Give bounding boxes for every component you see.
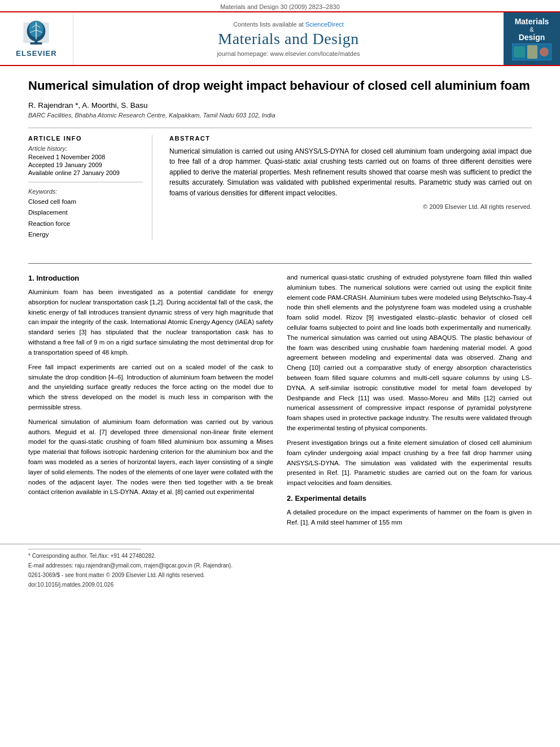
copyright-line: © 2009 Elsevier Ltd. All rights reserved… — [169, 203, 532, 210]
info-abstract-row: Article Info Article history: Received 1… — [28, 128, 532, 241]
body-columns: 1. Introduction Aluminium foam has been … — [0, 264, 560, 544]
mat-design-thumbnail — [512, 43, 552, 60]
elsevier-label: ELSEVIER — [16, 49, 56, 58]
page: Materials and Design 30 (2009) 2823–2830 — [0, 0, 560, 747]
footnote-area: * Corresponding author. Tel./fax: +91 44… — [0, 544, 560, 592]
body-right-para1: and numerical quasi-static crushing of e… — [287, 273, 532, 434]
issn-line: 0261-3069/$ - see front matter © 2009 El… — [28, 571, 532, 579]
svg-rect-11 — [514, 46, 525, 58]
keywords-label: Keywords: — [28, 188, 143, 195]
abstract-col: Abstract Numerical simulation is carried… — [169, 135, 532, 241]
abstract-title: Abstract — [169, 135, 532, 142]
keywords-list: Closed cell foam Displacement Reaction f… — [28, 196, 143, 241]
keyword-2: Displacement — [28, 207, 143, 219]
body-right-para2: Present investigation brings out a finit… — [287, 438, 532, 488]
body-left-para2: Free fall impact experiments are carried… — [28, 362, 273, 413]
body-right-para3: A detailed procedure on the impact exper… — [287, 508, 532, 528]
article-title: Numerical simulation of drop weight impa… — [28, 77, 532, 94]
mat-design-logo: Materials & Design — [504, 12, 560, 65]
main-content: Numerical simulation of drop weight impa… — [0, 66, 560, 263]
section1-heading: 1. Introduction — [28, 273, 273, 284]
body-left-col: 1. Introduction Aluminium foam has been … — [28, 273, 273, 532]
article-info-title: Article Info — [28, 135, 143, 142]
body-left-para3: Numerical simulation of aluminium foam d… — [28, 417, 273, 498]
affiliation: BARC Facilities, Bhabha Atomic Research … — [28, 112, 532, 119]
journal-title-banner: Materials and Design — [218, 30, 359, 48]
section2-heading: 2. Experimental details — [287, 493, 532, 504]
available-date: Available online 27 January 2009 — [28, 169, 143, 176]
svg-rect-13 — [540, 47, 549, 56]
authors: R. Rajendran *, A. Moorthi, S. Basu — [28, 101, 532, 110]
abstract-text: Numerical simulation is carried out usin… — [169, 146, 532, 199]
journal-homepage: journal homepage: www.elsevier.com/locat… — [217, 50, 360, 57]
doi-line: doi:10.1016/j.matdes.2009.01.026 — [28, 580, 532, 589]
body-right-col: and numerical quasi-static crushing of e… — [287, 273, 532, 532]
keyword-4: Energy — [28, 229, 143, 241]
header-banner: ELSEVIER Contents lists available at Sci… — [0, 11, 560, 66]
footnote-divider — [28, 549, 141, 549]
keyword-3: Reaction force — [28, 219, 143, 230]
header-center: Contents lists available at ScienceDirec… — [73, 12, 504, 65]
article-history-label: Article history: — [28, 145, 143, 152]
corresponding-author-note: * Corresponding author. Tel./fax: +91 44… — [28, 552, 532, 560]
elsevier-tree-icon — [19, 20, 53, 48]
sciencedirect-link[interactable]: ScienceDirect — [305, 21, 344, 28]
svg-rect-12 — [527, 45, 537, 59]
received-date: Received 1 November 2008 — [28, 154, 143, 160]
body-left-para1: Aluminium foam has been investigated as … — [28, 287, 273, 358]
email-note: E-mail addresses: raju.rajendran@ymail.c… — [28, 561, 532, 570]
accepted-date: Accepted 19 January 2009 — [28, 161, 143, 168]
sciencedirect-line: Contents lists available at ScienceDirec… — [233, 21, 344, 28]
journal-reference: Materials and Design 30 (2009) 2823–2830 — [0, 0, 560, 11]
keyword-1: Closed cell foam — [28, 196, 143, 208]
article-info-col: Article Info Article history: Received 1… — [28, 135, 152, 241]
info-divider — [28, 182, 143, 182]
svg-rect-2 — [30, 42, 43, 45]
elsevier-logo-area: ELSEVIER — [0, 12, 73, 65]
